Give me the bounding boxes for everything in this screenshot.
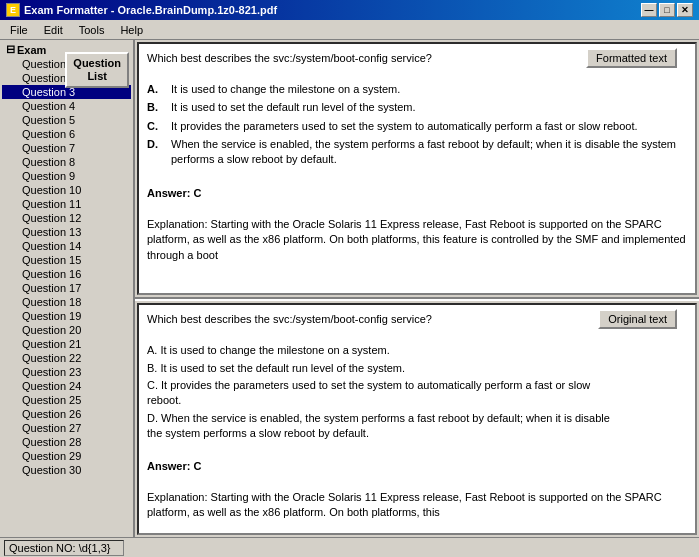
close-button[interactable]: ✕	[677, 3, 693, 17]
sidebar-item-19[interactable]: Question 19	[2, 309, 131, 323]
original-option: B. It is used to set the default run lev…	[147, 361, 687, 376]
sidebar-item-14[interactable]: Question 14	[2, 239, 131, 253]
maximize-button[interactable]: □	[659, 3, 675, 17]
sidebar-item-13[interactable]: Question 13	[2, 225, 131, 239]
menu-help[interactable]: Help	[114, 23, 149, 37]
original-answer: Answer: C	[147, 459, 687, 474]
formatted-option: D.When the service is enabled, the syste…	[147, 137, 687, 168]
sidebar-item-8[interactable]: Question 8	[2, 155, 131, 169]
panel-divider[interactable]	[135, 297, 699, 301]
formatted-text-button[interactable]: Formatted text	[586, 48, 677, 68]
status-label: Question NO: \d{1,3}	[9, 542, 111, 554]
sidebar-item-28[interactable]: Question 28	[2, 435, 131, 449]
menu-tools[interactable]: Tools	[73, 23, 111, 37]
title-text: Exam Formatter - Oracle.BrainDump.1z0-82…	[24, 4, 277, 16]
content-area: Formatted text Which best describes the …	[135, 40, 699, 537]
formatted-explanation: Explanation: Starting with the Oracle So…	[147, 217, 687, 263]
sidebar-item-22[interactable]: Question 22	[2, 351, 131, 365]
sidebar-item-6[interactable]: Question 6	[2, 127, 131, 141]
question-list-button[interactable]: QuestionList	[65, 52, 129, 88]
sidebar-item-25[interactable]: Question 25	[2, 393, 131, 407]
main-container: ⊟ Exam QuestionList Question 1Question 2…	[0, 40, 699, 537]
sidebar-item-9[interactable]: Question 9	[2, 169, 131, 183]
window-controls: — □ ✕	[641, 3, 693, 17]
exam-text: Exam	[17, 44, 46, 56]
sidebar-item-26[interactable]: Question 26	[2, 407, 131, 421]
sidebar: ⊟ Exam QuestionList Question 1Question 2…	[0, 40, 135, 537]
sidebar-item-30[interactable]: Question 30	[2, 463, 131, 477]
original-options: A. It is used to change the milestone on…	[147, 343, 687, 441]
sidebar-item-29[interactable]: Question 29	[2, 449, 131, 463]
sidebar-item-10[interactable]: Question 10	[2, 183, 131, 197]
title-bar: E Exam Formatter - Oracle.BrainDump.1z0-…	[0, 0, 699, 20]
sidebar-item-27[interactable]: Question 27	[2, 421, 131, 435]
menu-file[interactable]: File	[4, 23, 34, 37]
sidebar-questions: Question 1Question 2Question 3Question 4…	[2, 57, 131, 477]
original-option: C. It provides the parameters used to se…	[147, 378, 687, 409]
sidebar-item-23[interactable]: Question 23	[2, 365, 131, 379]
formatted-options: A.It is used to change the milestone on …	[147, 82, 687, 168]
original-option: A. It is used to change the milestone on…	[147, 343, 687, 358]
formatted-option: B.It is used to set the default run leve…	[147, 100, 687, 115]
original-explanation: Explanation: Starting with the Oracle So…	[147, 490, 687, 521]
expand-icon: ⊟	[6, 43, 15, 56]
sidebar-item-21[interactable]: Question 21	[2, 337, 131, 351]
sidebar-item-4[interactable]: Question 4	[2, 99, 131, 113]
sidebar-item-18[interactable]: Question 18	[2, 295, 131, 309]
original-text-button[interactable]: Original text	[598, 309, 677, 329]
sidebar-item-15[interactable]: Question 15	[2, 253, 131, 267]
app-icon: E	[6, 3, 20, 17]
sidebar-item-24[interactable]: Question 24	[2, 379, 131, 393]
sidebar-item-12[interactable]: Question 12	[2, 211, 131, 225]
formatted-answer: Answer: C	[147, 186, 687, 201]
sidebar-item-16[interactable]: Question 16	[2, 267, 131, 281]
sidebar-inner: ⊟ Exam QuestionList Question 1Question 2…	[2, 42, 131, 477]
minimize-button[interactable]: —	[641, 3, 657, 17]
sidebar-item-17[interactable]: Question 17	[2, 281, 131, 295]
formatted-option: A.It is used to change the milestone on …	[147, 82, 687, 97]
sidebar-item-11[interactable]: Question 11	[2, 197, 131, 211]
sidebar-item-20[interactable]: Question 20	[2, 323, 131, 337]
status-question-no: Question NO: \d{1,3}	[4, 540, 124, 556]
formatted-panel[interactable]: Formatted text Which best describes the …	[137, 42, 697, 295]
original-option: D. When the service is enabled, the syst…	[147, 411, 687, 442]
menu-bar: File Edit Tools Help	[0, 20, 699, 40]
menu-edit[interactable]: Edit	[38, 23, 69, 37]
sidebar-item-7[interactable]: Question 7	[2, 141, 131, 155]
sidebar-item-5[interactable]: Question 5	[2, 113, 131, 127]
original-panel[interactable]: Original text Which best describes the s…	[137, 303, 697, 535]
status-bar: Question NO: \d{1,3}	[0, 537, 699, 557]
formatted-option: C.It provides the parameters used to set…	[147, 119, 687, 134]
